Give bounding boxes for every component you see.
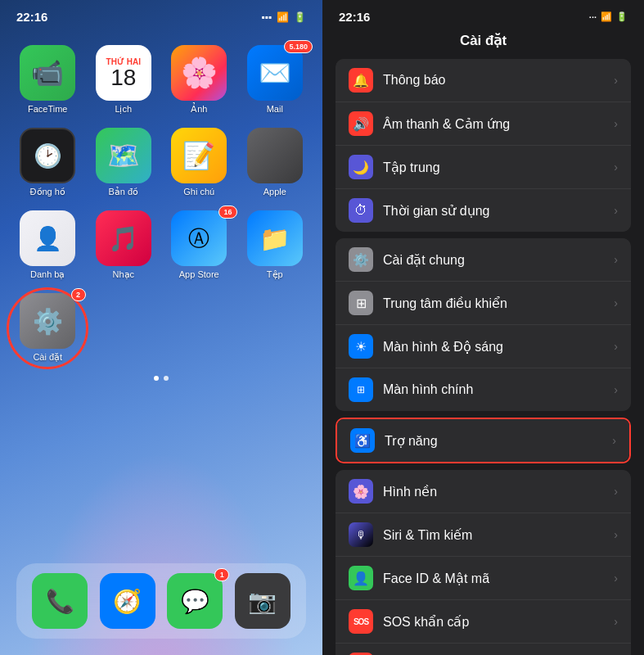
sos-label: SOS khẩn cấp <box>383 614 604 630</box>
settings-group-1: 🔔 Thông báo › 🔊 Âm thanh & Cảm ứng › 🌙 T… <box>336 59 631 232</box>
donghо-icon: 🕑 <box>20 128 75 183</box>
tronang-chevron: › <box>612 434 616 447</box>
trungtam-icon: ⊞ <box>349 291 373 315</box>
app-donghо[interactable]: 🕑 Đồng hồ <box>16 128 79 197</box>
app-grid: 📹 FaceTime THỨ HAI 18 Lịch 🌸 Ảnh ✉️ 5.18… <box>0 29 322 363</box>
app-lich[interactable]: THỨ HAI 18 Lịch <box>92 45 155 115</box>
settings-thongbaotiepxuc[interactable]: 📡 Thông báo tiếp xúc › <box>336 644 631 655</box>
nhac-label: Nhạc <box>112 269 134 280</box>
danhba-label: Danh bạ <box>30 269 65 280</box>
facetime-label: FaceTime <box>28 104 68 114</box>
app-facetime[interactable]: 📹 FaceTime <box>16 45 79 115</box>
lich-day: 18 <box>110 66 136 89</box>
signal-dots-icon: ··· <box>589 12 597 22</box>
settings-hinhnenhinhnen[interactable]: 🌸 Hình nền › <box>336 470 631 513</box>
dock-phone[interactable]: 📞 <box>32 573 88 629</box>
mail-icon: ✉️ <box>247 45 303 101</box>
settings-thoigian[interactable]: ⏱ Thời gian sử dụng › <box>336 189 631 232</box>
danhba-icon: 👤 <box>20 210 75 266</box>
appstore-label: App Store <box>179 269 219 279</box>
camera-icon: 📷 <box>235 573 290 629</box>
taptrung-icon: 🌙 <box>349 155 373 179</box>
settings-sos[interactable]: SOS SOS khẩn cấp › <box>336 600 631 644</box>
faceid-icon: 👤 <box>349 566 373 590</box>
hinhnenhinhnen-chevron: › <box>614 485 618 498</box>
manhinhchinh-icon: ⊞ <box>349 377 373 402</box>
caidatung-icon: ⚙️ <box>349 247 373 272</box>
sos-icon: SOS <box>349 609 373 634</box>
manhinh-chevron: › <box>614 340 618 353</box>
status-bar-left: 22:16 ▪▪▪ 📶 🔋 <box>0 0 322 29</box>
status-bar-right: 22:16 ··· 📶 🔋 <box>322 0 644 29</box>
settings-siri[interactable]: 🎙 Siri & Tìm kiếm › <box>336 513 631 557</box>
settings-title: Cài đặt <box>322 29 644 59</box>
dock-messages[interactable]: 💬 1 <box>167 573 223 629</box>
dot-2 <box>164 376 169 381</box>
taptrung-label: Tập trung <box>383 160 604 175</box>
time-left: 22:16 <box>16 10 47 24</box>
battery-right-icon: 🔋 <box>616 11 628 22</box>
nhac-icon: 🎵 <box>96 210 151 266</box>
settings-amthanh[interactable]: 🔊 Âm thanh & Cảm ứng › <box>336 102 631 146</box>
caidatung-label: Cài đặt chung <box>383 252 604 268</box>
bottom-dock: 📞 🧭 💬 1 📷 <box>16 563 306 639</box>
battery-icon: 🔋 <box>294 11 306 23</box>
settings-thongbao[interactable]: 🔔 Thông báo › <box>336 59 631 102</box>
caidat-badge: 2 <box>71 288 86 301</box>
taptrung-chevron: › <box>614 160 618 174</box>
settings-tronang[interactable]: ♿ Trợ năng › <box>337 419 629 462</box>
dock-camera[interactable]: 📷 <box>235 573 290 629</box>
trungtam-chevron: › <box>614 296 618 309</box>
app-bando[interactable]: 🗺️ Bản đồ <box>92 128 155 197</box>
signal-icon: ▪▪▪ <box>261 11 272 23</box>
app-anh[interactable]: 🌸 Ảnh <box>168 45 231 115</box>
app-appstore[interactable]: Ⓐ 16 App Store <box>168 210 231 280</box>
wifi-right-icon: 📶 <box>601 11 612 22</box>
app-mail[interactable]: ✉️ 5.180 Mail <box>244 45 307 115</box>
thoigian-chevron: › <box>614 204 618 217</box>
thoigian-label: Thời gian sử dụng <box>383 203 604 219</box>
app-apple[interactable]: Apple <box>244 128 307 197</box>
tep-label: Tệp <box>267 269 283 280</box>
manhinh-label: Màn hình & Độ sáng <box>383 339 604 355</box>
settings-taptrung[interactable]: 🌙 Tập trung › <box>336 146 631 189</box>
left-panel: 22:16 ▪▪▪ 📶 🔋 📹 FaceTime THỨ HAI 18 Lịch… <box>0 0 322 655</box>
settings-caidatung[interactable]: ⚙️ Cài đặt chung › <box>336 238 631 282</box>
lich-label: Lịch <box>115 104 132 115</box>
app-tep[interactable]: 📁 Tệp <box>244 210 307 280</box>
thongbao-chevron: › <box>614 74 618 87</box>
time-right: 22:16 <box>339 10 370 24</box>
page-dots <box>0 376 322 381</box>
thongbao-icon: 🔔 <box>349 68 373 93</box>
thoigian-icon: ⏱ <box>349 198 373 223</box>
bando-icon: 🗺️ <box>96 128 151 183</box>
manhinh-icon: ☀ <box>349 334 373 359</box>
settings-manhinh[interactable]: ☀ Màn hình & Độ sáng › <box>336 325 631 368</box>
safari-icon: 🧭 <box>100 573 155 629</box>
siri-label: Siri & Tìm kiếm <box>383 527 604 543</box>
caidatung-chevron: › <box>614 253 618 266</box>
amthanh-chevron: › <box>614 117 618 130</box>
settings-faceid[interactable]: 👤 Face ID & Mật mã › <box>336 557 631 600</box>
apple-icon <box>247 128 303 183</box>
app-ghichu[interactable]: 📝 Ghi chú <box>168 128 231 197</box>
caidat-icon: ⚙️ <box>20 293 75 349</box>
hinhnenhinhnen-icon: 🌸 <box>349 479 373 504</box>
hinhnenhinhnen-label: Hình nền <box>383 484 604 499</box>
dock-safari[interactable]: 🧭 <box>100 573 155 629</box>
ghichu-icon: 📝 <box>171 128 227 183</box>
amthanh-label: Âm thanh & Cảm ứng <box>383 116 604 132</box>
mail-badge: 5.180 <box>284 40 313 53</box>
siri-chevron: › <box>614 528 618 541</box>
tronang-label: Trợ năng <box>385 433 602 449</box>
app-danhba[interactable]: 👤 Danh bạ <box>16 210 79 280</box>
lich-icon: THỨ HAI 18 <box>96 45 151 101</box>
manhinhchinh-chevron: › <box>614 383 618 396</box>
settings-group-4: 🌸 Hình nền › 🎙 Siri & Tìm kiếm › 👤 Face … <box>336 470 631 655</box>
app-caidat[interactable]: ⚙️ 2 Cài đặt <box>16 293 79 363</box>
status-icons-right: ··· 📶 🔋 <box>589 11 628 22</box>
right-panel: 22:16 ··· 📶 🔋 Cài đặt 🔔 Thông báo › 🔊 Âm… <box>322 0 644 655</box>
settings-trungtam[interactable]: ⊞ Trung tâm điều khiển › <box>336 282 631 325</box>
settings-manhinhchinh[interactable]: ⊞ Màn hình chính › <box>336 368 631 411</box>
app-nhac[interactable]: 🎵 Nhạc <box>92 210 155 280</box>
